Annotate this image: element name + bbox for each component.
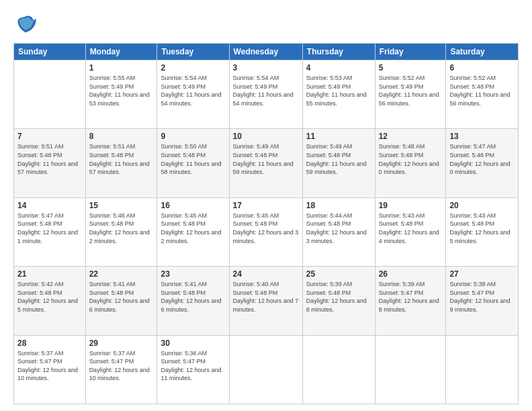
calendar-cell: 25Sunrise: 5:39 AMSunset: 5:48 PMDayligh… [302, 267, 375, 335]
calendar-cell: 5Sunrise: 5:52 AMSunset: 5:49 PMDaylight… [375, 60, 446, 129]
calendar-cell: 11Sunrise: 5:49 AMSunset: 5:48 PMDayligh… [302, 129, 375, 197]
day-number: 3 [233, 63, 299, 73]
weekday-header: Monday [85, 44, 157, 60]
day-info: Sunrise: 5:54 AMSunset: 5:49 PMDaylight:… [161, 75, 221, 107]
day-number: 13 [449, 132, 515, 141]
calendar-cell: 2Sunrise: 5:54 AMSunset: 5:49 PMDaylight… [157, 60, 229, 129]
day-info: Sunrise: 5:43 AMSunset: 5:48 PMDaylight:… [379, 212, 439, 244]
calendar-cell: 22Sunrise: 5:41 AMSunset: 5:48 PMDayligh… [85, 267, 157, 335]
day-number: 14 [17, 201, 82, 210]
weekday-header: Friday [375, 44, 446, 60]
day-info: Sunrise: 5:51 AMSunset: 5:48 PMDaylight:… [17, 143, 78, 175]
calendar-cell: 20Sunrise: 5:43 AMSunset: 5:48 PMDayligh… [446, 197, 519, 266]
day-info: Sunrise: 5:52 AMSunset: 5:49 PMDaylight:… [379, 75, 439, 107]
day-info: Sunrise: 5:49 AMSunset: 5:48 PMDaylight:… [233, 143, 294, 175]
day-number: 21 [17, 269, 82, 279]
day-info: Sunrise: 5:45 AMSunset: 5:48 PMDaylight:… [161, 212, 221, 244]
weekday-header: Wednesday [229, 44, 302, 60]
day-info: Sunrise: 5:40 AMSunset: 5:48 PMDaylight:… [233, 281, 299, 313]
calendar-cell [446, 335, 519, 404]
day-number: 16 [161, 201, 225, 210]
day-number: 6 [449, 63, 515, 73]
day-info: Sunrise: 5:45 AMSunset: 5:48 PMDaylight:… [233, 212, 299, 244]
calendar-cell: 12Sunrise: 5:48 AMSunset: 5:48 PMDayligh… [375, 129, 446, 197]
day-info: Sunrise: 5:41 AMSunset: 5:48 PMDaylight:… [161, 281, 221, 313]
calendar-cell: 30Sunrise: 5:36 AMSunset: 5:47 PMDayligh… [157, 335, 229, 404]
calendar-cell [229, 335, 302, 404]
day-number: 27 [449, 269, 515, 279]
day-info: Sunrise: 5:39 AMSunset: 5:48 PMDaylight:… [306, 281, 367, 313]
day-number: 8 [89, 132, 154, 141]
day-info: Sunrise: 5:53 AMSunset: 5:49 PMDaylight:… [306, 75, 367, 107]
logo [13, 12, 40, 36]
day-number: 4 [306, 63, 371, 73]
day-info: Sunrise: 5:36 AMSunset: 5:47 PMDaylight:… [161, 350, 221, 382]
calendar-cell [375, 335, 446, 404]
calendar-cell: 17Sunrise: 5:45 AMSunset: 5:48 PMDayligh… [229, 197, 302, 266]
day-info: Sunrise: 5:51 AMSunset: 5:48 PMDaylight:… [89, 143, 150, 175]
day-info: Sunrise: 5:49 AMSunset: 5:48 PMDaylight:… [306, 143, 367, 175]
day-number: 20 [449, 201, 515, 210]
day-info: Sunrise: 5:48 AMSunset: 5:48 PMDaylight:… [379, 143, 439, 175]
calendar-cell: 21Sunrise: 5:42 AMSunset: 5:48 PMDayligh… [14, 267, 86, 335]
day-info: Sunrise: 5:41 AMSunset: 5:48 PMDaylight:… [89, 281, 150, 313]
day-number: 18 [306, 201, 371, 210]
day-info: Sunrise: 5:37 AMSunset: 5:47 PMDaylight:… [17, 350, 78, 382]
calendar-cell: 28Sunrise: 5:37 AMSunset: 5:47 PMDayligh… [14, 335, 86, 404]
calendar-week-row: 7Sunrise: 5:51 AMSunset: 5:48 PMDaylight… [14, 129, 519, 197]
calendar-cell: 13Sunrise: 5:47 AMSunset: 5:48 PMDayligh… [446, 129, 519, 197]
calendar-cell: 27Sunrise: 5:38 AMSunset: 5:47 PMDayligh… [446, 267, 519, 335]
calendar-week-row: 1Sunrise: 5:55 AMSunset: 5:49 PMDaylight… [14, 60, 519, 129]
day-number: 1 [89, 63, 154, 73]
calendar-cell [302, 335, 375, 404]
day-info: Sunrise: 5:43 AMSunset: 5:48 PMDaylight:… [449, 212, 510, 244]
day-number: 9 [161, 132, 225, 141]
calendar-cell: 18Sunrise: 5:44 AMSunset: 5:48 PMDayligh… [302, 197, 375, 266]
calendar-cell: 7Sunrise: 5:51 AMSunset: 5:48 PMDaylight… [14, 129, 86, 197]
calendar-week-row: 28Sunrise: 5:37 AMSunset: 5:47 PMDayligh… [14, 335, 519, 404]
calendar-cell: 19Sunrise: 5:43 AMSunset: 5:48 PMDayligh… [375, 197, 446, 266]
day-number: 29 [89, 338, 154, 348]
calendar-cell: 6Sunrise: 5:52 AMSunset: 5:48 PMDaylight… [446, 60, 519, 129]
day-number: 23 [161, 269, 225, 279]
day-info: Sunrise: 5:39 AMSunset: 5:47 PMDaylight:… [379, 281, 439, 313]
weekday-header: Thursday [302, 44, 375, 60]
calendar-cell: 24Sunrise: 5:40 AMSunset: 5:48 PMDayligh… [229, 267, 302, 335]
calendar-cell: 8Sunrise: 5:51 AMSunset: 5:48 PMDaylight… [85, 129, 157, 197]
day-number: 28 [17, 338, 82, 348]
day-info: Sunrise: 5:54 AMSunset: 5:49 PMDaylight:… [233, 75, 294, 107]
logo-icon [13, 12, 38, 36]
calendar-cell [14, 60, 86, 129]
day-number: 19 [379, 201, 443, 210]
calendar-table: SundayMondayTuesdayWednesdayThursdayFrid… [13, 43, 519, 404]
calendar-cell: 10Sunrise: 5:49 AMSunset: 5:48 PMDayligh… [229, 129, 302, 197]
day-info: Sunrise: 5:46 AMSunset: 5:48 PMDaylight:… [89, 212, 150, 244]
calendar-week-row: 14Sunrise: 5:47 AMSunset: 5:48 PMDayligh… [14, 197, 519, 266]
weekday-header: Tuesday [157, 44, 229, 60]
day-number: 25 [306, 269, 371, 279]
day-number: 2 [161, 63, 225, 73]
day-number: 30 [161, 338, 225, 348]
calendar-cell: 16Sunrise: 5:45 AMSunset: 5:48 PMDayligh… [157, 197, 229, 266]
day-info: Sunrise: 5:47 AMSunset: 5:48 PMDaylight:… [449, 143, 510, 175]
day-number: 22 [89, 269, 154, 279]
weekday-header: Sunday [14, 44, 86, 60]
calendar-cell: 9Sunrise: 5:50 AMSunset: 5:48 PMDaylight… [157, 129, 229, 197]
page: SundayMondayTuesdayWednesdayThursdayFrid… [0, 0, 532, 411]
day-number: 24 [233, 269, 299, 279]
day-info: Sunrise: 5:55 AMSunset: 5:49 PMDaylight:… [89, 75, 150, 107]
calendar-cell: 26Sunrise: 5:39 AMSunset: 5:47 PMDayligh… [375, 267, 446, 335]
calendar-cell: 1Sunrise: 5:55 AMSunset: 5:49 PMDaylight… [85, 60, 157, 129]
day-info: Sunrise: 5:37 AMSunset: 5:47 PMDaylight:… [89, 350, 150, 382]
calendar-cell: 15Sunrise: 5:46 AMSunset: 5:48 PMDayligh… [85, 197, 157, 266]
day-number: 15 [89, 201, 154, 210]
calendar-cell: 3Sunrise: 5:54 AMSunset: 5:49 PMDaylight… [229, 60, 302, 129]
day-number: 7 [17, 132, 82, 141]
day-info: Sunrise: 5:50 AMSunset: 5:48 PMDaylight:… [161, 143, 221, 175]
calendar-cell: 23Sunrise: 5:41 AMSunset: 5:48 PMDayligh… [157, 267, 229, 335]
day-number: 10 [233, 132, 299, 141]
day-info: Sunrise: 5:44 AMSunset: 5:48 PMDaylight:… [306, 212, 367, 244]
day-info: Sunrise: 5:38 AMSunset: 5:47 PMDaylight:… [449, 281, 510, 313]
day-number: 26 [379, 269, 443, 279]
day-number: 17 [233, 201, 299, 210]
